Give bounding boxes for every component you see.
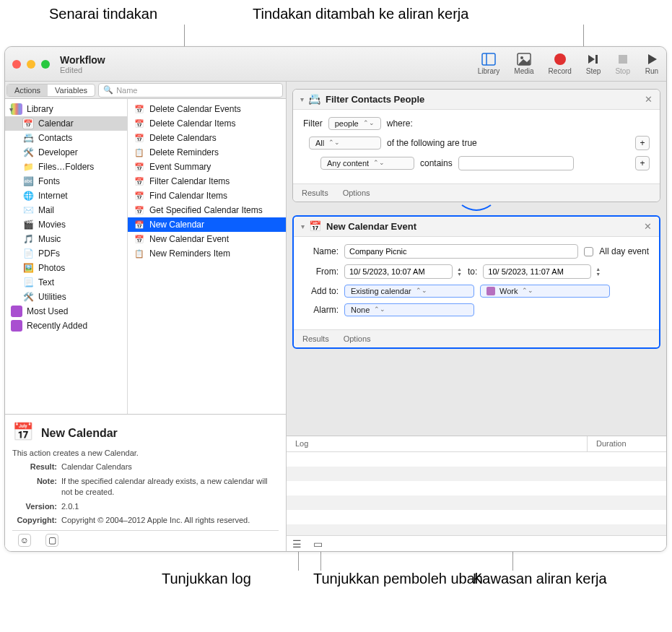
- minimize-window-button[interactable]: [27, 60, 35, 69]
- calendar-select[interactable]: Work: [480, 285, 610, 298]
- folder-icon: [11, 306, 22, 317]
- action-item-delete-calendars[interactable]: 📅Delete Calendars: [128, 131, 286, 145]
- toolbar-media-label: Media: [514, 67, 533, 75]
- action-item-label: Delete Calendar Events: [149, 104, 241, 114]
- from-stepper[interactable]: ▲▼: [457, 267, 462, 277]
- addto-select[interactable]: Existing calendar: [344, 285, 474, 298]
- sidebar-item-utilities[interactable]: Utilities: [5, 290, 127, 304]
- sidebar-item-mail[interactable]: Mail: [5, 203, 127, 217]
- action-item-new-calendar[interactable]: 📅New Calendar: [128, 217, 286, 232]
- footer-variables-button[interactable]: ▢: [45, 534, 58, 547]
- to-stepper[interactable]: ▲▼: [595, 267, 601, 277]
- action-item-new-reminders-item[interactable]: 📋New Reminders Item: [128, 246, 286, 261]
- to-date-input[interactable]: [483, 264, 591, 279]
- sidebar-item-developer[interactable]: Developer: [5, 145, 127, 160]
- action-item-find-calendar-items[interactable]: 📅Find Calendar Items: [128, 189, 286, 203]
- sidebar-item-photos[interactable]: Photos: [5, 261, 127, 275]
- action-item-label: Get Specified Calendar Items: [149, 205, 263, 215]
- action-item-get-specified-calendar-items[interactable]: 📅Get Specified Calendar Items: [128, 203, 286, 217]
- duration-column-header[interactable]: Duration: [587, 436, 666, 451]
- sidebar-item-contacts[interactable]: Contacts: [5, 131, 127, 145]
- log-column-header[interactable]: Log: [287, 436, 587, 451]
- workflow-action-new-calendar-event[interactable]: ▾ 📅 New Calendar Event ✕ Name: All day e…: [292, 215, 660, 349]
- contains-input[interactable]: [458, 156, 574, 170]
- toolbar-step-button[interactable]: Step: [586, 53, 601, 75]
- action-item-filter-calendar-items[interactable]: 📅Filter Calendar Items: [128, 174, 286, 189]
- show-log-button[interactable]: ☰: [292, 538, 302, 550]
- alarm-select[interactable]: None: [344, 303, 474, 316]
- sidebar-item-text[interactable]: Text: [5, 275, 127, 290]
- from-date-input[interactable]: [344, 264, 453, 279]
- addto-label: Add to:: [304, 286, 339, 296]
- disclosure-triangle-icon[interactable]: ▾: [9, 105, 13, 113]
- action-item-icon: 📅: [134, 132, 145, 144]
- disclosure-triangle-icon[interactable]: ▾: [301, 222, 305, 230]
- event-name-input[interactable]: [344, 244, 578, 259]
- filter-type-select[interactable]: people: [328, 117, 381, 130]
- log-body[interactable]: [287, 452, 666, 535]
- results-tab[interactable]: Results: [302, 189, 328, 197]
- action-header[interactable]: ▾ 📇 Filter Contacts People ✕: [293, 90, 660, 110]
- toolbar-run-button[interactable]: Run: [645, 53, 659, 75]
- category-list[interactable]: ▾ Library CalendarContactsDeveloperFiles…: [5, 99, 128, 414]
- zoom-window-button[interactable]: [41, 60, 50, 69]
- calendar-icon: 📅: [309, 220, 322, 233]
- options-tab[interactable]: Options: [344, 334, 371, 343]
- step-icon: [586, 53, 601, 66]
- close-icon[interactable]: ✕: [645, 94, 653, 105]
- allday-checkbox[interactable]: [584, 247, 593, 256]
- tab-variables[interactable]: Variables: [48, 85, 95, 96]
- tab-actions[interactable]: Actions: [7, 85, 48, 96]
- toolbar-run-label: Run: [645, 67, 658, 75]
- workflow-area[interactable]: ▾ 📇 Filter Contacts People ✕ Filter peop…: [287, 82, 666, 436]
- sidebar-item-mostused[interactable]: Most Used: [5, 304, 127, 319]
- sidebar-item-label: PDFs: [38, 248, 60, 259]
- toolbar-media-button[interactable]: Media: [514, 53, 533, 75]
- results-tab[interactable]: Results: [302, 334, 329, 343]
- options-tab[interactable]: Options: [343, 189, 370, 197]
- folder-icon: [11, 320, 22, 332]
- add-rule-button[interactable]: +: [635, 136, 650, 150]
- any-content-select[interactable]: Any content: [320, 157, 414, 170]
- sidebar-item-recentlyadded[interactable]: Recently Added: [5, 319, 127, 333]
- close-window-button[interactable]: [12, 60, 21, 69]
- sidebar-item-label: Developer: [38, 147, 78, 157]
- sidebar-item-calendar[interactable]: Calendar: [5, 116, 127, 131]
- sidebar-item-fonts[interactable]: Fonts: [5, 174, 127, 189]
- toolbar: Library Media Record Step Stop Run: [478, 53, 659, 75]
- workflow-panel: ▾ 📇 Filter Contacts People ✕ Filter peop…: [287, 82, 666, 551]
- action-list[interactable]: 📅Delete Calendar Events📅Delete Calendar …: [128, 99, 286, 414]
- window-title-block: Workflow Edited: [60, 54, 105, 74]
- toolbar-record-button[interactable]: Record: [549, 53, 572, 75]
- desc-result-label: Result:: [12, 462, 57, 472]
- all-select[interactable]: All: [309, 137, 381, 150]
- log-header: Log Duration: [287, 436, 666, 452]
- sidebar-item-music[interactable]: Music: [5, 232, 127, 246]
- action-item-new-calendar-event[interactable]: 📅New Calendar Event: [128, 232, 286, 246]
- show-variables-button[interactable]: ▭: [313, 538, 323, 550]
- search-icon: 🔍: [103, 85, 113, 95]
- action-body: Name: All day event From: ▲▼ to: ▲▼: [294, 237, 659, 329]
- search-input[interactable]: 🔍 Name: [98, 83, 283, 98]
- close-icon[interactable]: ✕: [644, 221, 652, 232]
- sidebar-item-pdfs[interactable]: PDFs: [5, 246, 127, 261]
- footer-actions-button[interactable]: ☺: [18, 534, 31, 547]
- action-item-delete-reminders[interactable]: 📋Delete Reminders: [128, 145, 286, 160]
- action-item-label: New Calendar: [149, 220, 204, 230]
- workflow-action-filter-contacts[interactable]: ▾ 📇 Filter Contacts People ✕ Filter peop…: [292, 89, 660, 202]
- sidebar-item-movies[interactable]: Movies: [5, 217, 127, 232]
- add-condition-button[interactable]: +: [635, 156, 650, 170]
- category-library[interactable]: ▾ Library: [5, 102, 127, 116]
- disclosure-triangle-icon[interactable]: ▾: [300, 95, 304, 103]
- action-item-delete-calendar-items[interactable]: 📅Delete Calendar Items: [128, 116, 286, 131]
- sidebar-item-filesfolders[interactable]: Files…Folders: [5, 160, 127, 174]
- action-header[interactable]: ▾ 📅 New Calendar Event ✕: [294, 217, 659, 237]
- action-item-icon: 📅: [134, 118, 145, 129]
- toolbar-stop-button[interactable]: Stop: [615, 53, 630, 75]
- log-footer: ☰ ▭: [287, 535, 666, 551]
- action-item-event-summary[interactable]: 📅Event Summary: [128, 160, 286, 174]
- sidebar-item-label: Utilities: [38, 292, 66, 302]
- toolbar-library-button[interactable]: Library: [478, 53, 500, 75]
- sidebar-item-internet[interactable]: Internet: [5, 189, 127, 203]
- action-item-delete-calendar-events[interactable]: 📅Delete Calendar Events: [128, 102, 286, 116]
